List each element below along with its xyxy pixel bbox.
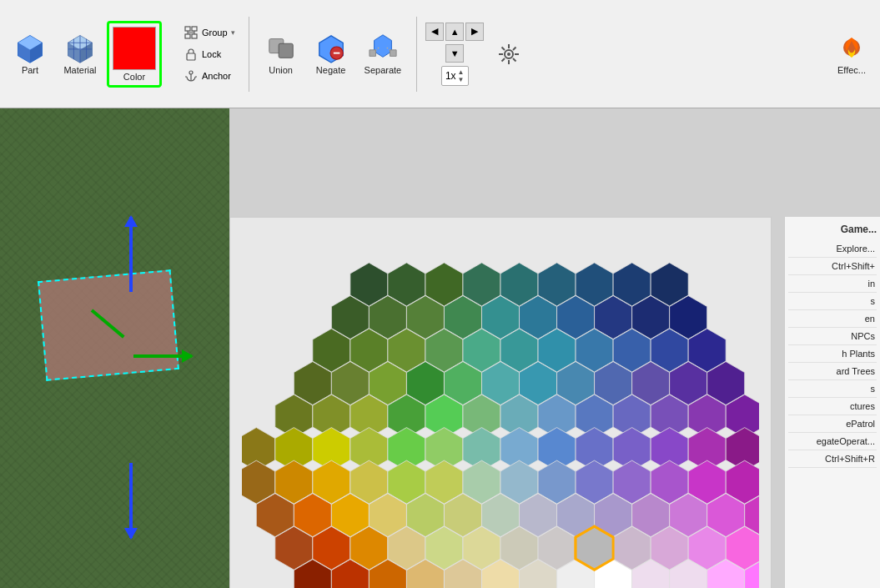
svg-rect-15	[185, 34, 190, 38]
right-item-2[interactable]: in	[788, 275, 877, 293]
nav-up-btn[interactable]: ▲	[445, 23, 464, 41]
group-lock-anchor: Group ▾ Lock Anchor	[179, 23, 240, 85]
svg-rect-14	[192, 27, 197, 31]
right-item-9[interactable]: ctures	[788, 398, 877, 415]
union-label: Union	[269, 65, 293, 75]
right-item-6[interactable]: h Plants	[788, 345, 877, 363]
color-label: Color	[123, 72, 145, 82]
group-arrow[interactable]: ▾	[231, 28, 235, 37]
nav-right-btn[interactable]: ▶	[465, 23, 484, 41]
divider-1	[249, 17, 249, 92]
svg-line-43	[513, 47, 516, 50]
main-area: Game... Explore... Ctrl+Shift+ in s en N…	[0, 108, 880, 588]
settings-button[interactable]	[497, 43, 520, 66]
svg-point-36	[507, 53, 510, 56]
viewport[interactable]	[0, 108, 229, 588]
toolbar: Part Material Color	[0, 0, 880, 108]
right-item-8[interactable]: s	[788, 380, 877, 398]
svg-rect-20	[187, 53, 195, 60]
transform-arrow-up	[129, 217, 133, 292]
color-picker-popup	[229, 217, 772, 588]
right-item-7[interactable]: ard Trees	[788, 363, 877, 380]
speed-arrows[interactable]: ▲ ▼	[458, 68, 465, 83]
negate-icon	[316, 33, 346, 63]
union-button[interactable]: Union	[258, 29, 304, 78]
right-item-4[interactable]: en	[788, 310, 877, 328]
lock-label: Lock	[202, 49, 221, 59]
group-label: Group	[202, 28, 228, 38]
transform-arrow-right	[133, 354, 192, 358]
negate-button[interactable]: Negate	[308, 29, 355, 78]
color-swatch	[113, 27, 156, 70]
negate-label: Negate	[316, 65, 345, 75]
part-button[interactable]: Part	[7, 29, 53, 78]
separate-button[interactable]: Separate	[358, 29, 409, 78]
group-icon	[184, 25, 199, 40]
nav-down-btn[interactable]: ▼	[445, 44, 464, 63]
hex-color-grid[interactable]	[242, 234, 759, 588]
lock-icon	[184, 47, 199, 62]
svg-marker-34	[390, 50, 396, 57]
nav-controls: ◀ ▲ ▶ ▼ 1x ▲ ▼	[425, 23, 484, 86]
svg-rect-16	[192, 34, 197, 38]
svg-line-44	[502, 58, 505, 62]
part-icon	[15, 33, 45, 63]
svg-rect-13	[185, 27, 190, 31]
right-item-1[interactable]: Ctrl+Shift+	[788, 258, 877, 275]
material-button[interactable]: Material	[57, 29, 103, 78]
svg-marker-30	[374, 35, 391, 58]
effects-label: Effec...	[837, 65, 866, 75]
separate-label: Separate	[365, 65, 402, 75]
divider-2	[416, 17, 417, 92]
nav-arrows-top: ◀ ▲ ▶	[425, 23, 484, 41]
right-item-3[interactable]: s	[788, 293, 877, 310]
anchor-label: Anchor	[202, 71, 231, 81]
right-panel-title: Game...	[788, 224, 877, 235]
anchor-icon	[184, 68, 199, 83]
anchor-button[interactable]: Anchor	[179, 67, 240, 85]
right-item-0[interactable]: Explore...	[788, 240, 877, 258]
svg-marker-32	[370, 50, 376, 57]
right-item-10[interactable]: ePatrol	[788, 415, 877, 433]
right-panel: Game... Explore... Ctrl+Shift+ in s en N…	[784, 217, 880, 588]
right-item-5[interactable]: NPCs	[788, 328, 877, 345]
speed-selector[interactable]: 1x ▲ ▼	[441, 66, 469, 86]
union-icon	[266, 33, 296, 63]
separate-icon	[368, 33, 398, 63]
material-icon	[65, 33, 95, 63]
svg-line-41	[502, 47, 505, 50]
group-button[interactable]: Group ▾	[179, 23, 240, 42]
transform-arrow-down	[129, 463, 133, 538]
svg-rect-26	[279, 43, 293, 58]
right-item-11[interactable]: egateOperat...	[788, 433, 877, 450]
right-item-12[interactable]: Ctrl+Shift+R	[788, 450, 877, 468]
svg-point-21	[189, 71, 193, 74]
effects-button[interactable]: Effec...	[830, 29, 873, 78]
material-label: Material	[63, 65, 96, 75]
lock-button[interactable]: Lock	[179, 45, 240, 63]
color-button[interactable]: Color	[107, 21, 162, 88]
gear-icon	[497, 43, 520, 66]
svg-line-42	[513, 58, 516, 62]
nav-arrows-bottom: ▼	[445, 44, 464, 63]
effects-icon	[837, 33, 867, 63]
nav-left-btn[interactable]: ◀	[425, 23, 444, 41]
speed-value: 1x	[445, 70, 456, 82]
part-label: Part	[22, 65, 38, 75]
